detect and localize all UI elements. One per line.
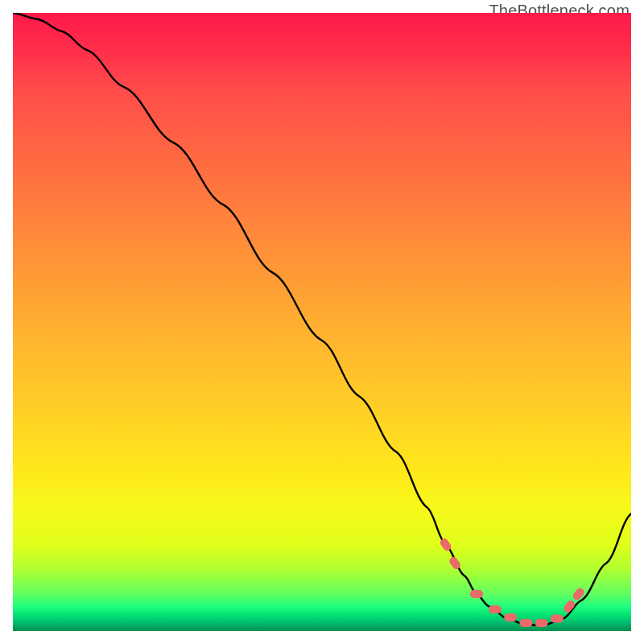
valley-markers-group [439,537,586,627]
chart-stage: TheBottleneck.com [0,0,644,644]
valley-marker [489,605,502,613]
valley-marker [535,619,548,627]
valley-marker [519,619,532,627]
valley-marker [562,599,576,614]
plot-area [13,13,631,631]
valley-marker [470,590,483,598]
valley-marker [504,613,517,621]
bottleneck-curve [13,13,631,625]
valley-marker [551,615,564,623]
chart-svg [13,13,631,631]
